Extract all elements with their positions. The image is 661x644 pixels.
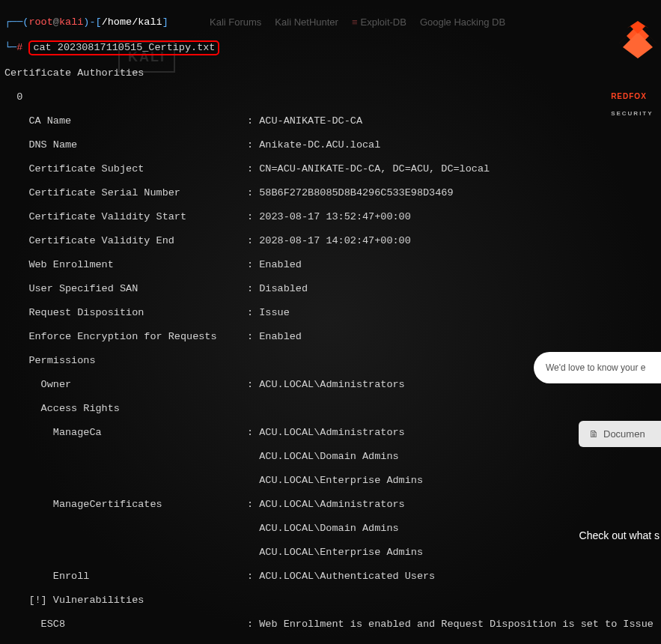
output-line: [!] Vulnerabilities [4,595,661,607]
document-icon: 🗎 [589,428,599,440]
output-line: Request Disposition : Issue [4,307,661,319]
chat-widget[interactable]: We'd love to know your e [534,352,661,383]
output-line: Enroll : ACU.LOCAL\Authenticated Users [4,571,661,583]
prompt-line-2: └─# cat 20230817110515_Certipy.txt [4,40,661,55]
redfox-logo: REDFOX SECURITY [600,6,652,58]
checkout-text: Check out what s [571,529,661,541]
output-line: Certificate Subject : CN=ACU-ANIKATE-DC-… [4,163,661,175]
output-line: DNS Name : Anikate-DC.ACU.local [4,139,661,151]
output-line: Web Enrollment : Enabled [4,259,661,271]
output-line: ESC8 : Web Enrollment is enabled and Req… [4,619,661,631]
output-line: Certificate Serial Number : 58B6F272B808… [4,187,661,199]
command-highlight: cat 20230817110515_Certipy.txt [28,40,219,55]
output-line: 0 [4,91,661,103]
document-button[interactable]: 🗎 Documen [579,421,661,447]
output-line: Certificate Validity End : 2028-08-17 14… [4,235,661,247]
prompt-line-1: ┌──(root@kali)-[/home/kali] [4,16,661,28]
output-line: Certificate Validity Start : 2023-08-17 … [4,211,661,223]
side-widgets: We'd love to know your e 🗎 Documen Check… [534,329,661,553]
output-line: User Specified SAN : Disabled [4,283,661,295]
output-line: Certificate Authorities [4,67,661,79]
output-line: CA Name : ACU-ANIKATE-DC-CA [4,115,661,127]
